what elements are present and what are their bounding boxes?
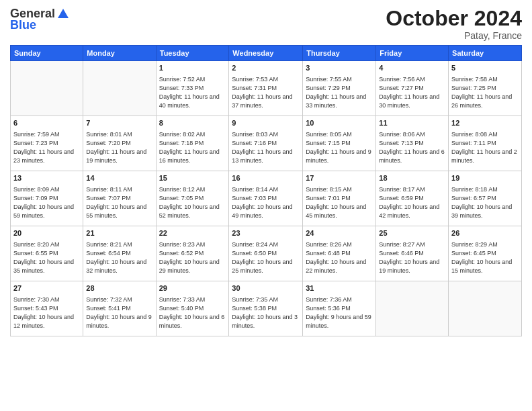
day-info: Sunrise: 7:52 AM Sunset: 7:33 PM Dayligh… — [159, 75, 226, 110]
day-number: 12 — [451, 118, 519, 128]
calendar-cell: 17Sunrise: 8:15 AM Sunset: 7:01 PM Dayli… — [303, 171, 376, 226]
calendar-cell: 1Sunrise: 7:52 AM Sunset: 7:33 PM Daylig… — [156, 61, 229, 116]
day-number: 8 — [159, 118, 226, 128]
calendar-week-row: 6Sunrise: 7:59 AM Sunset: 7:23 PM Daylig… — [11, 116, 522, 171]
day-info: Sunrise: 8:11 AM Sunset: 7:07 PM Dayligh… — [86, 185, 152, 220]
day-info: Sunrise: 7:32 AM Sunset: 5:41 PM Dayligh… — [86, 295, 152, 330]
day-info: Sunrise: 8:14 AM Sunset: 7:03 PM Dayligh… — [232, 185, 300, 220]
header-day-thursday: Thursday — [303, 46, 376, 61]
day-number: 20 — [13, 228, 80, 238]
day-info: Sunrise: 8:05 AM Sunset: 7:15 PM Dayligh… — [306, 130, 373, 165]
day-number: 29 — [159, 283, 226, 293]
header-day-wednesday: Wednesday — [229, 46, 303, 61]
day-number: 27 — [13, 283, 80, 293]
calendar-cell: 29Sunrise: 7:33 AM Sunset: 5:40 PM Dayli… — [156, 281, 229, 336]
calendar-table: SundayMondayTuesdayWednesdayThursdayFrid… — [10, 45, 522, 336]
calendar-cell: 12Sunrise: 8:08 AM Sunset: 7:11 PM Dayli… — [449, 116, 522, 171]
calendar-cell: 9Sunrise: 8:03 AM Sunset: 7:16 PM Daylig… — [229, 116, 303, 171]
day-info: Sunrise: 7:55 AM Sunset: 7:29 PM Dayligh… — [306, 75, 373, 110]
calendar-cell: 25Sunrise: 8:27 AM Sunset: 6:46 PM Dayli… — [376, 226, 449, 281]
header-day-saturday: Saturday — [449, 46, 522, 61]
calendar-cell: 22Sunrise: 8:23 AM Sunset: 6:52 PM Dayli… — [156, 226, 229, 281]
calendar-cell: 6Sunrise: 7:59 AM Sunset: 7:23 PM Daylig… — [11, 116, 83, 171]
day-number: 24 — [306, 228, 373, 238]
calendar-cell: 18Sunrise: 8:17 AM Sunset: 6:59 PM Dayli… — [376, 171, 449, 226]
month-title: October 2024 — [386, 7, 522, 30]
calendar-cell: 31Sunrise: 7:36 AM Sunset: 5:36 PM Dayli… — [303, 281, 376, 336]
day-number: 11 — [379, 118, 445, 128]
day-number: 13 — [13, 173, 80, 183]
day-number: 6 — [13, 118, 80, 128]
calendar-cell: 21Sunrise: 8:21 AM Sunset: 6:54 PM Dayli… — [83, 226, 156, 281]
day-number: 10 — [306, 118, 373, 128]
day-number: 16 — [232, 173, 300, 183]
day-number: 21 — [86, 228, 152, 238]
day-number: 30 — [232, 283, 300, 293]
day-number: 28 — [86, 283, 152, 293]
calendar-week-row: 20Sunrise: 8:20 AM Sunset: 6:55 PM Dayli… — [11, 226, 522, 281]
calendar-cell — [83, 61, 156, 116]
day-info: Sunrise: 8:24 AM Sunset: 6:50 PM Dayligh… — [232, 240, 300, 275]
day-info: Sunrise: 7:56 AM Sunset: 7:27 PM Dayligh… — [379, 75, 445, 110]
calendar-cell: 23Sunrise: 8:24 AM Sunset: 6:50 PM Dayli… — [229, 226, 303, 281]
day-number: 19 — [451, 173, 519, 183]
header-day-friday: Friday — [376, 46, 449, 61]
calendar-cell: 26Sunrise: 8:29 AM Sunset: 6:45 PM Dayli… — [449, 226, 522, 281]
location: Patay, France — [386, 30, 522, 41]
calendar-cell: 3Sunrise: 7:55 AM Sunset: 7:29 PM Daylig… — [303, 61, 376, 116]
day-number: 5 — [451, 63, 519, 73]
day-number: 26 — [451, 228, 519, 238]
day-number: 23 — [232, 228, 300, 238]
day-info: Sunrise: 8:12 AM Sunset: 7:05 PM Dayligh… — [159, 185, 226, 220]
day-info: Sunrise: 8:17 AM Sunset: 6:59 PM Dayligh… — [379, 185, 445, 220]
day-number: 1 — [159, 63, 226, 73]
header-day-tuesday: Tuesday — [156, 46, 229, 61]
day-info: Sunrise: 7:35 AM Sunset: 5:38 PM Dayligh… — [232, 295, 300, 330]
day-number: 14 — [86, 173, 152, 183]
calendar-cell: 16Sunrise: 8:14 AM Sunset: 7:03 PM Dayli… — [229, 171, 303, 226]
calendar-week-row: 27Sunrise: 7:30 AM Sunset: 5:43 PM Dayli… — [11, 281, 522, 336]
calendar-cell — [376, 281, 449, 336]
day-number: 15 — [159, 173, 226, 183]
logo-blue-text: Blue — [10, 18, 36, 32]
day-number: 9 — [232, 118, 300, 128]
calendar-cell: 2Sunrise: 7:53 AM Sunset: 7:31 PM Daylig… — [229, 61, 303, 116]
calendar-cell: 14Sunrise: 8:11 AM Sunset: 7:07 PM Dayli… — [83, 171, 156, 226]
day-info: Sunrise: 8:01 AM Sunset: 7:20 PM Dayligh… — [86, 130, 152, 165]
day-number: 7 — [86, 118, 152, 128]
day-info: Sunrise: 8:26 AM Sunset: 6:48 PM Dayligh… — [306, 240, 373, 275]
day-info: Sunrise: 8:06 AM Sunset: 7:13 PM Dayligh… — [379, 130, 445, 165]
calendar-cell — [449, 281, 522, 336]
day-number: 25 — [379, 228, 445, 238]
calendar-cell: 7Sunrise: 8:01 AM Sunset: 7:20 PM Daylig… — [83, 116, 156, 171]
day-info: Sunrise: 8:20 AM Sunset: 6:55 PM Dayligh… — [13, 240, 80, 275]
logo: General Blue — [10, 7, 70, 32]
title-block: October 2024 Patay, France — [386, 7, 522, 41]
calendar-cell: 5Sunrise: 7:58 AM Sunset: 7:25 PM Daylig… — [449, 61, 522, 116]
day-info: Sunrise: 8:21 AM Sunset: 6:54 PM Dayligh… — [86, 240, 152, 275]
day-info: Sunrise: 8:09 AM Sunset: 7:09 PM Dayligh… — [13, 185, 80, 220]
day-number: 2 — [232, 63, 300, 73]
day-info: Sunrise: 8:15 AM Sunset: 7:01 PM Dayligh… — [306, 185, 373, 220]
calendar-cell: 8Sunrise: 8:02 AM Sunset: 7:18 PM Daylig… — [156, 116, 229, 171]
day-info: Sunrise: 7:58 AM Sunset: 7:25 PM Dayligh… — [451, 75, 519, 110]
day-number: 18 — [379, 173, 445, 183]
calendar-cell: 10Sunrise: 8:05 AM Sunset: 7:15 PM Dayli… — [303, 116, 376, 171]
calendar-cell: 24Sunrise: 8:26 AM Sunset: 6:48 PM Dayli… — [303, 226, 376, 281]
calendar-cell: 27Sunrise: 7:30 AM Sunset: 5:43 PM Dayli… — [11, 281, 83, 336]
calendar-cell: 20Sunrise: 8:20 AM Sunset: 6:55 PM Dayli… — [11, 226, 83, 281]
day-info: Sunrise: 7:33 AM Sunset: 5:40 PM Dayligh… — [159, 295, 226, 330]
day-info: Sunrise: 8:29 AM Sunset: 6:45 PM Dayligh… — [451, 240, 519, 275]
day-info: Sunrise: 8:03 AM Sunset: 7:16 PM Dayligh… — [232, 130, 300, 165]
logo-icon — [56, 7, 70, 21]
header: General Blue October 2024 Patay, France — [10, 7, 522, 41]
day-number: 4 — [379, 63, 445, 73]
calendar-week-row: 1Sunrise: 7:52 AM Sunset: 7:33 PM Daylig… — [11, 61, 522, 116]
day-number: 3 — [306, 63, 373, 73]
calendar-cell: 30Sunrise: 7:35 AM Sunset: 5:38 PM Dayli… — [229, 281, 303, 336]
day-info: Sunrise: 7:30 AM Sunset: 5:43 PM Dayligh… — [13, 295, 80, 330]
calendar-cell — [11, 61, 83, 116]
calendar-cell: 4Sunrise: 7:56 AM Sunset: 7:27 PM Daylig… — [376, 61, 449, 116]
calendar-cell: 28Sunrise: 7:32 AM Sunset: 5:41 PM Dayli… — [83, 281, 156, 336]
header-day-sunday: Sunday — [11, 46, 83, 61]
